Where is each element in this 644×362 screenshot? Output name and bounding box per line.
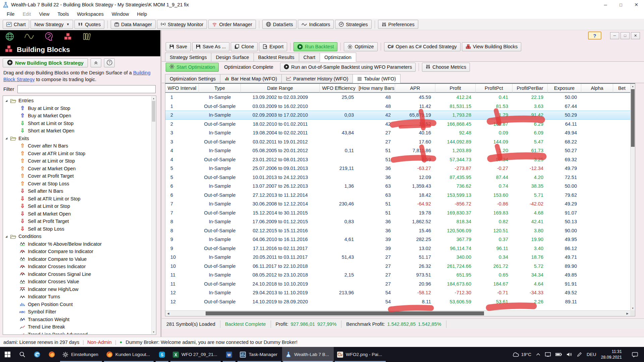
column-header-date-range[interactable]: Date Range <box>241 84 320 93</box>
table-row[interactable]: 5In-Sample25.07.2006 to 09.01.2013219,11… <box>165 164 635 173</box>
taskbar-kunden-logout[interactable]: Kunden Logout... <box>103 347 155 362</box>
tree-item-sell-after-n-bars[interactable]: ⇩Sell after N Bars <box>3 187 151 195</box>
taskbar-einstellungen[interactable]: Einstellungen <box>59 347 103 362</box>
tree-item-short-at-limit-or-stop[interactable]: ⇩Short at Limit or Stop <box>3 120 151 127</box>
close-icon[interactable]: ✕ <box>629 0 644 9</box>
panel-brain-icon[interactable] <box>44 32 53 41</box>
expander-icon[interactable]: ◢ <box>5 235 9 238</box>
save-button[interactable]: Save <box>166 42 191 51</box>
table-row[interactable]: 8Out-of-Sample02.12.2015 to 15.11.201636… <box>165 226 635 235</box>
scroll-up-icon[interactable]: ▲ <box>152 96 156 101</box>
taskbar-start[interactable] <box>0 347 15 362</box>
tree-item-trend-line-break-advanced[interactable]: Trend Line Break Advanced <box>3 331 151 334</box>
scroll-down-icon[interactable]: ▼ <box>631 306 635 310</box>
taskbar-task-manager[interactable]: Task-Manager <box>236 347 282 362</box>
collapse-all-button[interactable] <box>91 58 101 67</box>
panel-wave-icon[interactable] <box>24 33 34 40</box>
table-row[interactable]: 3In-Sample19.08.2004 to 02.02.201143,842… <box>165 128 635 137</box>
scrollbar-thumb[interactable] <box>152 101 155 122</box>
tab-optimization[interactable]: Optimization <box>320 53 356 62</box>
child-close-icon[interactable]: ✕ <box>631 32 640 39</box>
tree-item-indicator-crosses-value[interactable]: Indicator Crosses Value <box>3 278 151 286</box>
tray-speaker[interactable] <box>567 352 572 357</box>
tree-item-symbol-filter[interactable]: ABCSymbol Filter <box>3 308 151 316</box>
scrollbar-thumb[interactable] <box>206 311 484 315</box>
keyboard-language[interactable]: DEU <box>587 352 596 357</box>
tree-item-sell-at-limit-or-stop[interactable]: ⇩Sell at Limit or Stop <box>3 202 151 210</box>
table-row[interactable]: 2Out-of-Sample18.02.2010 to 01.02.201142… <box>165 120 635 129</box>
preferences-button[interactable]: Preferences <box>378 20 418 29</box>
tab-design-surface[interactable]: Design Surface <box>211 53 254 61</box>
start-optimization-button[interactable]: Start Optimization <box>166 63 219 72</box>
taskbar-firefox[interactable] <box>44 347 59 362</box>
panel-globe-icon[interactable] <box>5 32 14 41</box>
taskbar-skype[interactable]: S <box>155 347 169 362</box>
tree-item-conditions[interactable]: ◢Conditions <box>3 233 151 240</box>
tree-item-sell-at-profit-target[interactable]: ⇩Sell at Profit Target <box>3 218 151 225</box>
subtab-parameter-history-wfo[interactable]: Parameter History (WFO) <box>281 74 353 83</box>
menu-help[interactable]: Help <box>133 10 151 18</box>
menu-workspaces[interactable]: Workspaces <box>73 10 108 18</box>
tree-item-buy-at-market-open[interactable]: ⇧Buy at Market Open <box>3 112 151 120</box>
table-row[interactable]: 6Out-of-Sample27.12.2013 to 11.12.201463… <box>165 191 635 200</box>
taskbar-word[interactable]: W <box>222 347 236 362</box>
tray-chevron-up[interactable] <box>536 353 540 356</box>
table-row[interactable]: 6In-Sample13.07.2007 to 26.12.20131,3663… <box>165 182 635 191</box>
run-backtest-button[interactable]: Run Backtest <box>293 42 337 51</box>
indicators-button[interactable]: Indicators <box>298 20 334 29</box>
chart-button[interactable]: Chart <box>3 20 29 29</box>
column-header-profit[interactable]: Profit <box>435 84 476 93</box>
choose-metrics-button[interactable]: Choose Metrics <box>422 63 470 72</box>
table-row[interactable]: 5Out-of-Sample10.01.2013 to 24.12.201336… <box>165 173 635 182</box>
taskbar-wfo-27-09-21[interactable]: XWFO 27_09_21... <box>169 347 222 362</box>
panel-blocks-icon[interactable] <box>63 33 72 41</box>
run-oos-backtest-button[interactable]: Run an Out-of-Sample Backtest using WFO … <box>280 63 416 72</box>
table-row[interactable]: 4In-Sample05.08.2005 to 20.01.20120,1151… <box>165 146 635 155</box>
tree-item-sell-at-market-open[interactable]: ⇩Sell at Market Open <box>3 210 151 218</box>
tree-item-buy-at-limit-or-stop[interactable]: ⇧Buy at Limit or Stop <box>3 105 151 112</box>
new-strategy-button[interactable]: New Strategy▼ <box>31 20 73 29</box>
taskbar-search[interactable] <box>15 347 30 362</box>
new-building-block-strategy-button[interactable]: New Building Block Strategy <box>3 58 88 67</box>
column-header-exposure[interactable]: Exposure <box>548 84 581 93</box>
menu-window[interactable]: Window <box>108 10 133 18</box>
tree-item-short-at-market-open[interactable]: ⇩Short at Market Open <box>3 127 151 135</box>
column-header-type[interactable]: Type <box>199 84 241 93</box>
subtab-bar-heat-map-wfo[interactable]: Bar Heat Map (WFO) <box>220 74 282 83</box>
tree-item-sell-at-atr-limit-or-stop[interactable]: ⇩Sell at ATR Limit or Stop <box>3 195 151 203</box>
scroll-right-icon[interactable]: ▶ <box>625 311 630 316</box>
table-row[interactable]: 9In-Sample04.06.2010 to 16.11.20164,6139… <box>165 235 635 244</box>
tree-item-indicator-compare-to-value[interactable]: Indicator Compare to Value <box>3 255 151 263</box>
tab-strategy-settings[interactable]: Strategy Settings <box>165 53 211 61</box>
column-header-alpha[interactable]: Alpha <box>581 84 613 93</box>
table-row[interactable]: 12Out-of-Sample14.10.2019 to 28.09.20205… <box>165 297 635 306</box>
child-minimize-icon[interactable]: ─ <box>610 32 619 39</box>
tree-item-sell-at-stop-loss[interactable]: ⇩Sell at Stop Loss <box>3 225 151 233</box>
quotes-button[interactable]: Quotes <box>74 20 104 29</box>
menu-tools[interactable]: Tools <box>54 10 73 18</box>
strategies-button[interactable]: Strategies <box>335 20 371 29</box>
clone-button[interactable]: Clone <box>231 42 258 51</box>
child-help-button[interactable]: ? <box>588 32 601 40</box>
view-building-blocks-button[interactable]: View Building Blocks <box>462 42 522 51</box>
table-row[interactable]: 3Out-of-Sample03.02.2011 to 19.01.201227… <box>165 137 635 146</box>
table-row[interactable]: 7In-Sample30.06.2008 to 12.12.2014230,46… <box>165 199 635 208</box>
vertical-scrollbar[interactable]: ▲ ▼ <box>630 84 635 310</box>
strategy-monitor-button[interactable]: Strategy Monitor <box>157 20 207 29</box>
taskbar-clock[interactable]: 11:3128.09.2021 <box>601 349 622 360</box>
tree-item-indicator-above-below-indicator[interactable]: Indicator % Above/Below Indicator <box>3 240 151 248</box>
tree-item-indicator-crosses-indicator[interactable]: Indicator Crosses Indicator <box>3 263 151 270</box>
save-as-button[interactable]: Save As ... <box>192 42 229 51</box>
tree-item-cover-after-n-bars[interactable]: ⇧Cover after N Bars <box>3 142 151 150</box>
datasets-button[interactable]: DataSets <box>262 20 297 29</box>
menu-edit[interactable]: Edit <box>18 10 35 18</box>
order-manager-button[interactable]: Order Manager <box>208 20 256 29</box>
tree-item-cover-at-stop-loss[interactable]: ⇧Cover at Stop Loss <box>3 180 151 188</box>
table-row[interactable]: 2In-Sample02.09.2003 to 17.02.20100,0342… <box>165 111 635 120</box>
horizontal-scrollbar[interactable]: ◀ ▶ <box>165 310 630 316</box>
tab-chart[interactable]: Chart <box>299 53 320 61</box>
panel-help-button[interactable]: ? <box>104 58 115 67</box>
menu-file[interactable]: File <box>3 10 18 18</box>
tree-item-cover-at-limit-or-stop[interactable]: ⇧Cover at Limit or Stop <box>3 157 151 165</box>
column-header-profitperbar[interactable]: ProfitPerBar <box>513 84 548 93</box>
